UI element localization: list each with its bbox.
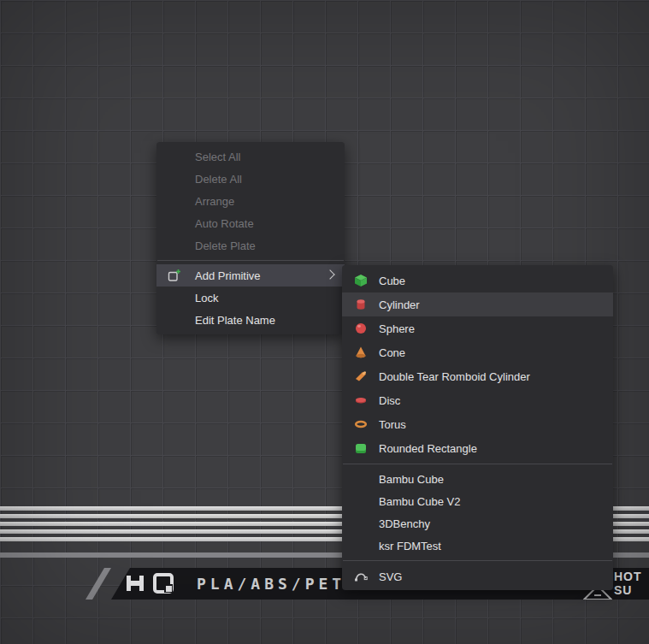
submenu-item-label: Rounded Rectangle — [379, 442, 477, 455]
submenu-item-label: ksr FDMTest — [379, 540, 441, 552]
hot-label-line2: SU — [614, 583, 632, 597]
submenu-item-bambu-cube-v2[interactable]: Bambu Cube V2 — [342, 490, 613, 512]
submenu-item-label: Double Tear Romboid Cylinder — [379, 370, 530, 383]
add-primitive-submenu: Cube Cylinder Sphere Cone — [342, 265, 613, 590]
menu-item-label: Edit Plate Name — [195, 314, 275, 327]
menu-item-edit-plate-name[interactable]: Edit Plate Name — [156, 309, 345, 331]
submenu-item-cylinder[interactable]: Cylinder — [342, 292, 613, 316]
submenu-item-bambu-cube[interactable]: Bambu Cube — [342, 468, 613, 490]
context-menu: Select All Delete All Arrange Auto Rotat… — [156, 142, 345, 334]
disc-icon — [354, 393, 368, 407]
rounded-rectangle-icon — [354, 441, 368, 455]
menu-separator — [343, 560, 612, 561]
bambu-handle-logo-icon — [125, 573, 145, 597]
menu-item-arrange: Arrange — [156, 190, 345, 212]
submenu-item-svg[interactable]: SVG — [342, 564, 613, 588]
torus-icon — [354, 417, 368, 431]
submenu-item-label: Torus — [379, 418, 406, 431]
submenu-item-ksr-fdmtest[interactable]: ksr FDMTest — [342, 535, 613, 557]
add-primitive-icon — [168, 269, 181, 282]
menu-item-add-primitive[interactable]: Add Primitive — [156, 264, 345, 287]
menu-separator — [157, 260, 344, 261]
submenu-item-double-tear-romboid-cylinder[interactable]: Double Tear Romboid Cylinder — [342, 364, 613, 388]
submenu-item-cube[interactable]: Cube — [342, 269, 613, 292]
menu-item-label: Add Primitive — [195, 269, 261, 282]
menu-item-label: Arrange — [195, 195, 234, 208]
menu-item-label: Auto Rotate — [195, 217, 254, 230]
menu-item-select-all: Select All — [156, 145, 345, 168]
submenu-item-label: Bambu Cube V2 — [379, 495, 460, 508]
submenu-item-rounded-rectangle[interactable]: Rounded Rectangle — [342, 436, 613, 460]
submenu-item-torus[interactable]: Torus — [342, 412, 613, 436]
hot-label-line1: HOT — [614, 570, 642, 583]
submenu-item-label: Cube — [379, 275, 405, 287]
plate-hot-surface-label: HOT SU — [614, 570, 649, 597]
sphere-icon — [354, 322, 368, 335]
plate-q-logo-icon — [152, 572, 174, 598]
submenu-arrow-icon — [325, 269, 334, 279]
submenu-item-label: SVG — [379, 570, 402, 583]
double-tear-romboid-cylinder-icon — [354, 369, 368, 383]
menu-item-auto-rotate: Auto Rotate — [156, 212, 345, 234]
menu-separator — [343, 464, 612, 464]
submenu-item-label: Cylinder — [379, 298, 420, 311]
submenu-item-cone[interactable]: Cone — [342, 340, 613, 364]
cylinder-icon — [354, 298, 368, 311]
menu-item-label: Select All — [195, 151, 240, 163]
submenu-item-3dbenchy[interactable]: 3DBenchy — [342, 512, 613, 535]
menu-item-lock[interactable]: Lock — [156, 287, 345, 309]
submenu-item-label: Bambu Cube — [379, 473, 444, 486]
plate-type-label: PLA/ABS/PETG — [197, 568, 359, 600]
menu-item-label: Lock — [195, 292, 218, 304]
submenu-item-label: Disc — [379, 394, 400, 407]
svg-icon — [354, 570, 368, 583]
submenu-item-disc[interactable]: Disc — [342, 388, 613, 412]
submenu-item-label: Sphere — [379, 322, 415, 335]
menu-item-label: Delete All — [195, 173, 242, 186]
cone-icon — [354, 346, 368, 359]
menu-item-delete-all: Delete All — [156, 168, 345, 190]
menu-item-delete-plate: Delete Plate — [156, 234, 345, 257]
submenu-item-label: Cone — [379, 346, 405, 359]
submenu-item-sphere[interactable]: Sphere — [342, 316, 613, 340]
menu-item-label: Delete Plate — [195, 239, 256, 252]
cube-icon — [354, 274, 368, 287]
submenu-item-label: 3DBenchy — [379, 517, 430, 530]
